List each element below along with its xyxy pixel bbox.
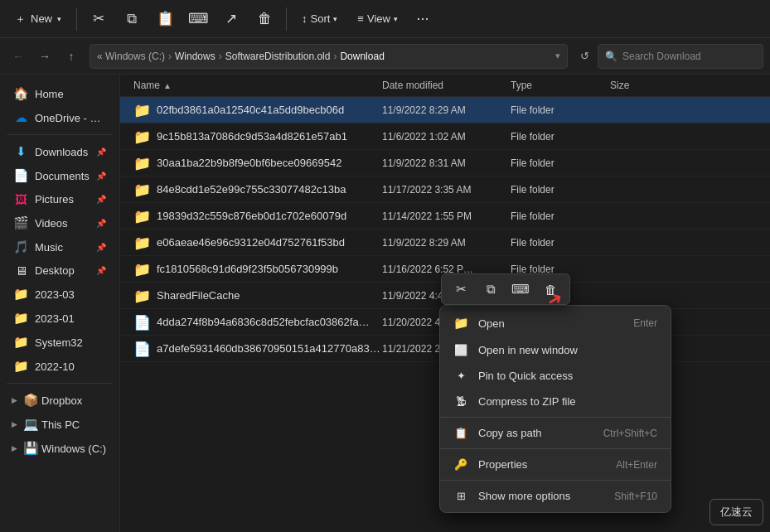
- breadcrumb: « Windows (C:) › Windows › SoftwareDistr…: [97, 51, 385, 62]
- file-name: e06aeae46e96c9312e04d752761f53bd: [157, 236, 382, 249]
- sidebar-label-downloads: Downloads: [35, 146, 90, 158]
- sidebar-group-dropbox[interactable]: ▶ 📦 Dropbox: [3, 389, 116, 412]
- pin-icon: ✦: [453, 370, 468, 382]
- ctx-label-properties: Properties: [478, 458, 606, 471]
- col-header-size[interactable]: Size: [610, 80, 676, 91]
- ctx-item-properties[interactable]: 🔑 Properties Alt+Enter: [440, 452, 671, 477]
- file-name: SharedFileCache: [157, 289, 382, 302]
- sort-arrow-icon: ▲: [163, 81, 172, 90]
- file-doc-icon: 📄: [133, 314, 150, 331]
- copy-button[interactable]: ⧉: [117, 4, 147, 34]
- properties-icon: 🔑: [453, 458, 468, 471]
- sidebar-group-this-pc[interactable]: ▶ 💻 This PC: [3, 413, 116, 436]
- crumb-download[interactable]: Download: [340, 51, 384, 62]
- sidebar-item-documents[interactable]: 📄 Documents 📌: [3, 164, 116, 187]
- view-chevron-icon: ▾: [394, 15, 398, 23]
- ctx-item-pin-quick-access[interactable]: ✦ Pin to Quick access: [440, 363, 671, 389]
- folder-2023-01-icon: 📁: [13, 311, 28, 326]
- file-row[interactable]: 📁 e06aeae46e96c9312e04d752761f53bd 11/9/…: [120, 230, 770, 256]
- new-button[interactable]: ＋ New ▾: [7, 3, 70, 35]
- col-header-type[interactable]: Type: [511, 80, 610, 91]
- toolbar-separator-2: [286, 7, 287, 31]
- search-box[interactable]: 🔍 Search Download: [598, 44, 763, 69]
- ctx-item-open[interactable]: 📁 Open Enter: [440, 309, 671, 337]
- sidebar-item-home[interactable]: 🏠 Home: [3, 82, 116, 105]
- ctx-label-copy-path: Copy as path: [478, 427, 593, 439]
- sidebar-label-this-pc: This PC: [41, 418, 111, 431]
- paste-button[interactable]: 📋: [150, 4, 180, 34]
- sidebar: 🏠 Home ☁ OneDrive - Pers… ⬇ Downloads 📌 …: [0, 75, 120, 532]
- sidebar-item-2022-10[interactable]: 📁 2022-10: [3, 355, 116, 378]
- file-row[interactable]: 📁 19839d32c559c876eb0d1c702e60079d 11/14…: [120, 203, 770, 230]
- expand-dropbox-icon: ▶: [8, 394, 20, 406]
- new-label: New: [31, 12, 52, 25]
- crumb-sep-3: ›: [333, 51, 337, 62]
- more-options-button[interactable]: ···: [409, 6, 436, 32]
- crumb-windows-c[interactable]: « Windows (C:): [97, 51, 165, 62]
- breadcrumb-expand-icon[interactable]: ▾: [555, 51, 560, 61]
- file-type: File folder: [511, 237, 610, 249]
- toolbar-separator: [76, 7, 77, 31]
- pin-icon-music: 📌: [96, 243, 106, 252]
- col-header-name[interactable]: Name ▲: [133, 80, 382, 91]
- sidebar-item-system32[interactable]: 📁 System32: [3, 331, 116, 354]
- address-bar[interactable]: « Windows (C:) › Windows › SoftwareDistr…: [90, 44, 568, 69]
- sidebar-label-pictures: Pictures: [35, 193, 90, 206]
- sidebar-label-onedrive: OneDrive - Pers…: [35, 112, 106, 124]
- sidebar-item-onedrive[interactable]: ☁ OneDrive - Pers…: [3, 106, 116, 129]
- ctx-cut-button[interactable]: ✂: [448, 278, 473, 301]
- sidebar-item-music[interactable]: 🎵 Music 📌: [3, 235, 116, 259]
- sidebar-item-pictures[interactable]: 🖼 Pictures 📌: [3, 188, 116, 210]
- sidebar-separator-1: [7, 134, 113, 135]
- file-row[interactable]: 📁 02fbd3861a0a12540c41a5dd9becb06d 11/9/…: [120, 97, 770, 123]
- open-icon: 📁: [453, 316, 468, 331]
- share-button[interactable]: ↗: [216, 4, 246, 34]
- view-button[interactable]: ≡ View ▾: [349, 4, 406, 34]
- sidebar-label-dropbox: Dropbox: [41, 394, 111, 407]
- file-row[interactable]: 📁 84e8cdd1e52e99c755c33077482c13ba 11/17…: [120, 177, 770, 203]
- folder-icon: 📁: [133, 235, 150, 251]
- cut-button[interactable]: ✂: [84, 4, 114, 34]
- sidebar-item-desktop[interactable]: 🖥 Desktop 📌: [3, 259, 116, 282]
- sidebar-label-documents: Documents: [35, 170, 90, 182]
- sidebar-group-windows-c[interactable]: ▶ 💾 Windows (C:): [3, 437, 116, 460]
- file-row[interactable]: 📁 30aa1ba22b9b8f9e0bf6bece09669542 11/9/…: [120, 150, 770, 177]
- file-date: 11/17/2022 3:35 AM: [382, 184, 511, 196]
- new-chevron-icon: ▾: [57, 15, 61, 23]
- sort-button[interactable]: ↕ Sort ▾: [293, 4, 346, 34]
- ctx-item-copy-path[interactable]: 📋 Copy as path Ctrl+Shift+C: [440, 420, 671, 446]
- sidebar-item-2023-03[interactable]: 📁 2023-03: [3, 283, 116, 306]
- sidebar-item-2023-01[interactable]: 📁 2023-01: [3, 307, 116, 330]
- file-name: 02fbd3861a0a12540c41a5dd9becb06d: [157, 104, 382, 116]
- col-header-date[interactable]: Date modified: [382, 80, 511, 91]
- sidebar-separator-2: [7, 383, 113, 384]
- ctx-shortcut-properties: Alt+Enter: [616, 459, 657, 471]
- nav-forward-button[interactable]: →: [33, 45, 56, 68]
- ctx-rename-button[interactable]: ⌨: [508, 278, 533, 301]
- crumb-windows[interactable]: Windows: [175, 51, 216, 62]
- delete-button[interactable]: 🗑: [249, 4, 279, 34]
- ctx-item-compress-zip[interactable]: 🗜 Compress to ZIP file: [440, 389, 671, 414]
- rename-button[interactable]: ⌨: [183, 4, 213, 34]
- file-row[interactable]: 📁 9c15b813a7086dc9d53a4d8261e57ab1 11/6/…: [120, 123, 770, 150]
- ctx-item-show-more-options[interactable]: ⊞ Show more options Shift+F10: [440, 483, 671, 509]
- crumb-softdist[interactable]: SoftwareDistribution.old: [225, 51, 331, 62]
- view-label: View: [367, 12, 390, 25]
- file-date: 11/14/2022 1:55 PM: [382, 210, 511, 222]
- ctx-item-open-new-window[interactable]: ⬜ Open in new window: [440, 337, 671, 363]
- refresh-button[interactable]: ↺: [574, 46, 594, 66]
- folder-icon: 📁: [133, 288, 150, 304]
- file-name: fc1810568c91d6d9f23f5b056730999b: [157, 263, 382, 275]
- open-new-window-icon: ⬜: [453, 344, 468, 356]
- sidebar-label-desktop: Desktop: [35, 264, 90, 277]
- nav-up-button[interactable]: ↑: [60, 45, 83, 68]
- file-type: File folder: [511, 131, 610, 143]
- file-name: 30aa1ba22b9b8f9e0bf6bece09669542: [157, 157, 382, 169]
- nav-back-button[interactable]: ←: [7, 45, 30, 68]
- sidebar-item-videos[interactable]: 🎬 Videos 📌: [3, 211, 116, 235]
- ctx-separator-3: [440, 480, 671, 481]
- nav-bar: ← → ↑ « Windows (C:) › Windows › Softwar…: [0, 38, 770, 75]
- sort-chevron-icon: ▾: [333, 15, 337, 23]
- ctx-copy-button[interactable]: ⧉: [478, 278, 503, 301]
- sidebar-item-downloads[interactable]: ⬇ Downloads 📌: [3, 140, 116, 163]
